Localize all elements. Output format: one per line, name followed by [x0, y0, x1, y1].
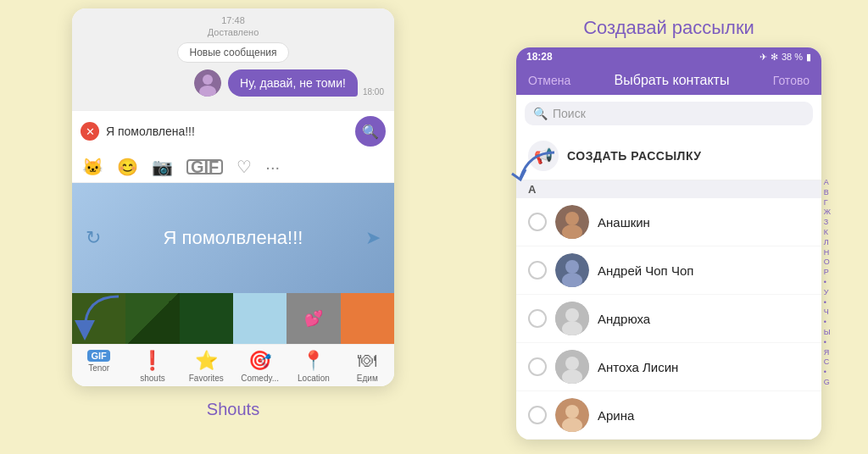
input-text-display[interactable]: Я помолвлена!!!	[106, 125, 355, 138]
sticker-thumb-3[interactable]	[180, 293, 233, 344]
food-label: Едим	[357, 374, 378, 383]
nav-item-tenor[interactable]: GIF Tenor	[72, 345, 125, 386]
tenor-gif-label: GIF	[87, 350, 109, 362]
comedy-label: Comedy...	[241, 374, 279, 383]
heart-icon[interactable]: ♡	[236, 157, 252, 177]
contact-item-4[interactable]: Антоха Лисин	[516, 343, 821, 391]
emoji-face-icon[interactable]: 😊	[117, 157, 138, 177]
nav-item-favorites[interactable]: ⭐ Favorites	[180, 345, 233, 386]
svg-point-10	[565, 308, 579, 322]
contact-checkbox-2[interactable]	[528, 261, 547, 280]
location-pin-icon: 📍	[302, 350, 325, 372]
bubble-time: 18:00	[363, 87, 384, 97]
sticker-toolbar: 🐱 😊 📷 GIF ♡ ···	[72, 152, 394, 183]
arrow-decoration-right	[495, 144, 563, 195]
contact-item-5[interactable]: Арина	[516, 391, 821, 440]
emoji-cat-icon[interactable]: 🐱	[82, 157, 103, 177]
status-bar: 18:28 ✈ ✻ 38 % ▮	[516, 47, 821, 66]
nav-item-shouts[interactable]: ❗ shouts	[125, 345, 179, 386]
nav-bar-title: Выбрать контакты	[615, 73, 730, 88]
contact-checkbox-1[interactable]	[528, 213, 547, 231]
contact-picker-screen: 18:28 ✈ ✻ 38 % ▮ Отмена Выбрать контакты…	[516, 47, 821, 440]
contact-item-2[interactable]: Андрей Чоп Чоп	[516, 246, 821, 295]
nav-bar: Отмена Выбрать контакты Готово	[516, 66, 821, 95]
contact-name-3: Андрюха	[598, 312, 650, 326]
refresh-icon[interactable]: ↻	[86, 227, 101, 249]
search-send-button[interactable]: 🔍	[355, 116, 386, 147]
right-panel: Создавай рассылки 18:28 ✈ ✻ 38 % ▮ Отмен…	[487, 8, 851, 440]
done-nav-button[interactable]: Готово	[773, 74, 810, 87]
incoming-message: Ну, давай, не томи! 18:00	[82, 69, 384, 97]
contact-item-3[interactable]: Андрюха	[516, 295, 821, 343]
svg-point-1	[203, 75, 213, 85]
svg-point-7	[565, 260, 579, 274]
bluetooth-icon: ✻	[771, 52, 778, 63]
contact-avatar-4	[555, 350, 589, 384]
gif-button[interactable]: GIF	[186, 159, 223, 174]
food-icon: 🍽	[358, 350, 376, 372]
contact-name-5: Арина	[598, 408, 634, 423]
nav-item-comedy[interactable]: 🎯 Comedy...	[233, 345, 287, 386]
contact-name-1: Анашкин	[598, 215, 650, 230]
shouts-section-title: Shouts	[51, 400, 415, 419]
location-label: Location	[298, 374, 330, 383]
battery-icon: ▮	[806, 52, 811, 63]
contact-avatar-1	[555, 205, 589, 239]
contact-avatar-5	[555, 398, 589, 432]
sender-avatar	[194, 69, 221, 97]
tenor-label: Tenor	[88, 363, 109, 373]
contact-name-4: Антоха Лисин	[598, 360, 678, 374]
status-icons: ✈ ✻ 38 % ▮	[760, 52, 811, 63]
cancel-button[interactable]: ✕	[81, 122, 99, 141]
contact-checkbox-3[interactable]	[528, 309, 547, 328]
contact-checkbox-5[interactable]	[528, 406, 547, 424]
status-time: 18:28	[526, 51, 553, 63]
comedy-icon: 🎯	[248, 350, 271, 372]
search-placeholder-text: Поиск	[553, 107, 586, 120]
sticker-text: Я помолвлена!!!	[101, 227, 365, 249]
left-panel: 17:48 Доставлено Новые сообщения Ну, дав…	[51, 8, 415, 415]
message-timestamp: 17:48	[82, 15, 384, 25]
broadcast-button-label: СОЗДАТЬ РАССЫЛКУ	[567, 149, 702, 163]
chat-area: 17:48 Доставлено Новые сообщения Ну, дав…	[72, 8, 394, 110]
message-bubble: Ну, давай, не томи!	[228, 69, 358, 97]
favorites-label: Favorites	[189, 374, 224, 383]
contact-search-bar[interactable]: 🔍 Поиск	[525, 102, 813, 125]
battery-level: 38 %	[782, 52, 803, 62]
airplane-icon: ✈	[760, 52, 767, 63]
favorites-star-icon: ⭐	[195, 350, 218, 372]
svg-point-13	[565, 357, 579, 370]
contact-item-1[interactable]: Анашкин	[516, 198, 821, 246]
contact-avatar-3	[555, 302, 589, 335]
message-input-bar: ✕ Я помолвлена!!! 🔍	[72, 110, 394, 152]
more-icon[interactable]: ···	[265, 158, 280, 177]
shouts-label: shouts	[140, 374, 164, 383]
sticker-thumb-5[interactable]: 💕	[287, 293, 340, 344]
nav-item-food[interactable]: 🍽 Едим	[341, 345, 394, 386]
search-icon: 🔍	[533, 107, 548, 120]
message-text: Ну, давай, не томи!	[240, 76, 346, 90]
svg-point-16	[565, 405, 579, 418]
sticker-preview-area: ↻ Я помолвлена!!! ➤	[72, 183, 394, 293]
new-messages-button[interactable]: Новые сообщения	[177, 42, 290, 63]
broadcast-title: Создавай рассылки	[487, 8, 851, 39]
alphabet-sidebar[interactable]: А В Г Ж З К Л Н О Р • У • Ч • Ы • Я С • …	[824, 178, 831, 387]
contact-checkbox-4[interactable]	[528, 357, 547, 376]
svg-point-4	[565, 212, 579, 225]
sticker-thumb-4[interactable]	[233, 293, 287, 344]
nav-item-location[interactable]: 📍 Location	[287, 345, 340, 386]
arrow-decoration-left	[68, 280, 136, 347]
cancel-nav-button[interactable]: Отмена	[528, 74, 570, 87]
shouts-icon: ❗	[141, 350, 164, 372]
send-arrow-icon[interactable]: ➤	[365, 227, 381, 249]
camera-icon[interactable]: 📷	[152, 157, 173, 177]
contact-avatar-2	[555, 253, 589, 287]
sticker-thumb-6[interactable]	[341, 293, 394, 344]
bottom-navigation: GIF Tenor ❗ shouts ⭐ Favorites 🎯 Comedy.…	[72, 344, 394, 386]
delivered-status: Доставлено	[82, 27, 384, 37]
contact-name-2: Андрей Чоп Чоп	[598, 263, 693, 278]
